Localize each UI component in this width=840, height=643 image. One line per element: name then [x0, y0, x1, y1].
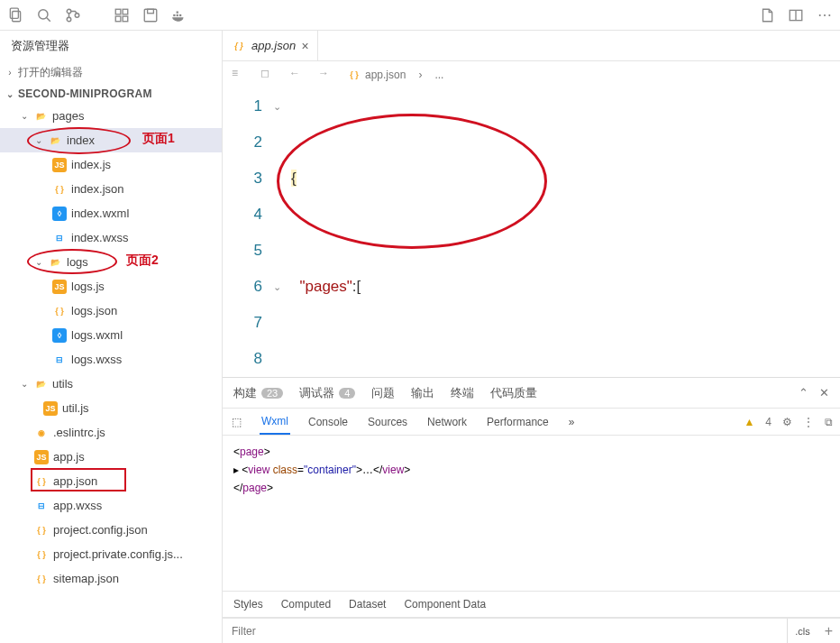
js-icon: JS [52, 158, 67, 172]
project-section[interactable]: ⌄ SECOND-MINIPROGRAM [0, 84, 222, 104]
devtools-tab-wxml[interactable]: Wxml [260, 415, 290, 435]
json-icon: { } [34, 547, 49, 562]
tree-file[interactable]: { }project.private.config.js... [0, 542, 222, 566]
kebab-icon[interactable]: ⋮ [803, 416, 814, 428]
styles-tab-dataset[interactable]: Dataset [349, 598, 386, 611]
tree-file[interactable]: { }sitemap.json [0, 566, 222, 591]
cls-button[interactable]: .cls [787, 619, 817, 643]
svg-rect-12 [173, 14, 175, 15]
panel-tab-output[interactable]: 输出 [411, 385, 434, 401]
devtools-tab-console[interactable]: Console [306, 416, 350, 428]
more-icon[interactable]: ⋯ [815, 5, 835, 25]
tree-file[interactable]: { }project.config.json [0, 518, 222, 542]
inspector-icon[interactable]: ⬚ [230, 416, 243, 428]
dock-icon[interactable]: ⧉ [825, 416, 833, 428]
devtools-tab-performance[interactable]: Performance [485, 416, 551, 428]
panel-tab-build[interactable]: 构建23 [233, 385, 283, 401]
new-file-icon[interactable] [757, 5, 777, 25]
svg-point-5 [75, 13, 79, 17]
breadcrumb: ≡ ◻ ← → { }app.json › ... [223, 61, 840, 88]
chevron-down-icon: ⌄ [34, 135, 43, 145]
devtools-more[interactable]: » [567, 416, 577, 428]
chevron-up-icon[interactable]: ⌃ [799, 386, 808, 400]
save-icon[interactable] [141, 5, 160, 25]
close-icon[interactable]: ✕ [819, 386, 829, 400]
panel-tab-quality[interactable]: 代码质量 [490, 385, 537, 401]
sidebar-title: 资源管理器 [0, 31, 222, 61]
devtools-tab-network[interactable]: Network [425, 416, 469, 428]
tree-file[interactable]: JSlogs.js [0, 274, 222, 299]
tree-file-app-json[interactable]: { }app.json [0, 469, 222, 493]
chevron-down-icon: ⌄ [20, 379, 29, 389]
styles-filter-input[interactable] [223, 625, 787, 638]
wxss-icon: ⊟ [52, 353, 67, 367]
docker-icon[interactable] [169, 5, 189, 25]
gear-icon[interactable]: ⚙ [782, 416, 792, 428]
search-icon[interactable] [34, 5, 54, 25]
panel-tab-debugger[interactable]: 调试器4 [299, 385, 355, 401]
styles-tab-component[interactable]: Component Data [404, 598, 486, 611]
forward-icon[interactable]: → [318, 67, 334, 83]
files-icon[interactable] [5, 5, 25, 25]
svg-rect-0 [10, 8, 18, 18]
svg-rect-8 [115, 16, 121, 22]
chevron-down-icon: ⌄ [34, 257, 43, 267]
open-editors-section[interactable]: › 打开的编辑器 [0, 61, 222, 84]
chevron-down-icon: ⌄ [20, 111, 29, 121]
svg-point-3 [67, 9, 71, 14]
tree-file[interactable]: JSindex.js [0, 152, 222, 177]
back-icon[interactable]: ← [289, 67, 306, 83]
json-icon: { } [52, 304, 67, 318]
line-numbers: 1 2 3 4 5 6 7 8 9 [223, 88, 273, 377]
json-icon: { } [34, 572, 49, 586]
chevron-right-icon: › [5, 68, 14, 78]
tree-file[interactable]: ◉.eslintrc.js [0, 420, 222, 445]
tree-file[interactable]: ⊟logs.wxss [0, 347, 222, 372]
chevron-down-icon: ⌄ [5, 89, 14, 99]
close-icon[interactable]: × [301, 39, 308, 53]
svg-rect-15 [177, 11, 178, 13]
source-control-icon[interactable] [63, 5, 83, 25]
js-icon: JS [43, 401, 58, 416]
tree-file[interactable]: ⊟index.wxss [0, 225, 222, 250]
bottom-panel: 构建23 调试器4 问题 输出 终端 代码质量 ⌃ ✕ ⬚ Wxml Conso… [223, 377, 840, 643]
tree-file[interactable]: { }index.json [0, 177, 222, 201]
tree-file[interactable]: { }logs.json [0, 299, 222, 323]
tree-file[interactable]: ◊index.wxml [0, 201, 222, 225]
tree-folder-pages[interactable]: ⌄ 📂 pages [0, 104, 222, 128]
split-icon[interactable] [786, 5, 806, 25]
wxml-icon: ◊ [52, 207, 67, 221]
devtools-tab-sources[interactable]: Sources [366, 416, 409, 428]
list-icon[interactable]: ≡ [232, 67, 248, 83]
breadcrumb-file[interactable]: { }app.json [347, 68, 406, 82]
panel-tab-terminal[interactable]: 终端 [451, 385, 474, 401]
dom-tree[interactable]: <page> ▸ <view class="container">…</view… [223, 436, 840, 591]
top-toolbar: ⋯ [0, 0, 840, 31]
tree-file[interactable]: ◊logs.wxml [0, 323, 222, 347]
styles-tab-computed[interactable]: Computed [281, 598, 331, 611]
styles-tab-styles[interactable]: Styles [233, 598, 263, 611]
bookmark-icon[interactable]: ◻ [260, 67, 277, 83]
warning-icon[interactable]: ▲ [744, 416, 754, 428]
tree-file[interactable]: JSutil.js [0, 396, 222, 420]
js-icon: JS [52, 280, 67, 294]
js-icon: JS [34, 450, 49, 464]
tree-folder-utils[interactable]: ⌄ 📂 utils [0, 372, 222, 396]
eslint-icon: ◉ [34, 426, 49, 440]
panel-tab-problems[interactable]: 问题 [371, 385, 395, 401]
svg-point-2 [39, 9, 48, 18]
code-editor[interactable]: 1 2 3 4 5 6 7 8 9 ⌄⌄ { "pages":[ "pages/… [223, 88, 840, 377]
svg-rect-6 [115, 9, 121, 14]
folder-icon: 📂 [48, 255, 62, 270]
tree-file[interactable]: JSapp.js [0, 445, 222, 469]
tree-folder-logs[interactable]: ⌄ 📂 logs [0, 250, 222, 274]
add-rule-button[interactable]: + [817, 623, 840, 639]
extensions-icon[interactable] [112, 5, 132, 25]
svg-rect-10 [144, 9, 157, 22]
folder-icon: 📂 [33, 109, 48, 124]
tree-file[interactable]: ⊟app.wxss [0, 493, 222, 518]
tree-folder-index[interactable]: ⌄ 📂 index [0, 128, 222, 152]
fold-gutter[interactable]: ⌄⌄ [273, 88, 291, 377]
svg-rect-1 [13, 11, 21, 21]
tab-app-json[interactable]: { } app.json × [223, 31, 318, 61]
